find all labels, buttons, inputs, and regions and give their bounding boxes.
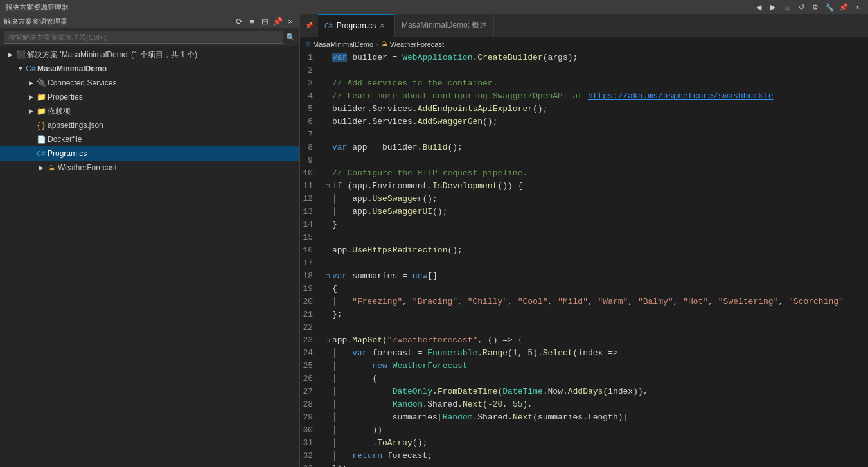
tree-item-properties[interactable]: ▶ 📁 Properties — [0, 90, 299, 104]
panel-close-icon[interactable]: × — [285, 16, 296, 26]
appsettings-icon: { } — [36, 120, 46, 130]
solution-icon: ⬛ — [15, 49, 26, 60]
properties-arrow-icon: ▶ — [26, 92, 36, 102]
search-bar: 🔍 — [0, 28, 299, 46]
solution-label: 解决方案 'MasaMinimalDemo' (1 个项目，共 1 个) — [27, 49, 197, 60]
code-line-9: 9 — [300, 154, 868, 167]
solution-tree: ▶ ⬛ 解决方案 'MasaMinimalDemo' (1 个项目，共 1 个)… — [0, 46, 299, 467]
tree-item-appsettings[interactable]: { } appsettings.json — [0, 118, 299, 132]
search-input[interactable] — [4, 31, 283, 44]
code-line-8: 8 var app = builder.Build(); — [300, 141, 868, 154]
breadcrumb-project-icon: ⊞ — [305, 40, 310, 48]
project-icon: C# — [26, 64, 36, 74]
solution-arrow-icon: ▶ — [5, 49, 15, 60]
panel-collapse-icon[interactable]: ⊟ — [260, 16, 270, 26]
code-line-1: 1 var builder = WebApplication.CreateBui… — [300, 51, 868, 64]
solution-root-item[interactable]: ▶ ⬛ 解决方案 'MasaMinimalDemo' (1 个项目，共 1 个) — [0, 48, 299, 62]
appsettings-no-arrow — [26, 120, 36, 130]
code-line-26: 26 │ ( — [300, 373, 868, 385]
tab-program-cs-icon: C# — [324, 22, 333, 30]
code-line-33: 33 }); — [300, 463, 868, 467]
program-cs-no-arrow — [26, 148, 36, 159]
panel-pin-icon[interactable]: 📌 — [272, 16, 283, 26]
breadcrumb-sep1: › — [376, 40, 378, 48]
tree-item-connected-services[interactable]: ▶ 🔌 Connected Services — [0, 76, 299, 90]
nav-back-icon[interactable]: ◀ — [754, 2, 764, 12]
breadcrumb-part1[interactable]: MasaMinimalDemo — [313, 40, 373, 48]
breadcrumb: ⊞ MasaMinimalDemo › 🌤 WeatherForecast — [300, 37, 868, 51]
code-line-14: 14 } — [300, 218, 868, 231]
tree-item-dependencies[interactable]: ▶ 📁 依赖项 — [0, 104, 299, 118]
tree-item-weatherforecast[interactable]: ▶ 🌤 WeatherForecast — [0, 161, 299, 175]
pin-icon[interactable]: 📌 — [838, 2, 849, 12]
code-line-24: 24 │ var forecast = Enumerable.Range(1, … — [300, 347, 868, 360]
dependencies-label: 依赖项 — [48, 106, 71, 117]
code-line-12: 12 │ app.UseSwagger(); — [300, 193, 868, 206]
project-arrow-icon: ▼ — [15, 64, 26, 74]
appsettings-label: appsettings.json — [48, 121, 103, 130]
project-label: MasaMinimalDemo — [37, 64, 107, 73]
dockerfile-label: Dockerfile — [48, 135, 82, 144]
code-line-29: 29 │ summaries[Random.Shared.Next(summar… — [300, 411, 868, 424]
panel-sync-icon[interactable]: ⟳ — [234, 16, 244, 26]
connected-services-arrow-icon: ▶ — [26, 78, 36, 88]
dependencies-icon: 📁 — [36, 106, 46, 116]
solution-explorer-panel: 解决方案资源管理器 ⟳ ≡ ⊟ 📌 × 🔍 ▶ ⬛ 解决方案 'MasaMini… — [0, 14, 300, 467]
tab-program-cs[interactable]: C# Program.cs × — [318, 14, 395, 37]
editor-tabbar: 📌 C# Program.cs × MasaMinimalDemo: 概述 — [300, 14, 868, 37]
tab-overview[interactable]: MasaMinimalDemo: 概述 — [395, 14, 494, 37]
tab-gutter-icon: 📌 — [300, 14, 318, 37]
refresh-icon[interactable]: ↺ — [796, 2, 806, 12]
breadcrumb-weather-icon: 🌤 — [381, 40, 387, 48]
panel-titlebar: 解决方案资源管理器 ⟳ ≡ ⊟ 📌 × — [0, 14, 299, 28]
panel-filter-icon[interactable]: ≡ — [247, 16, 257, 26]
tab-program-cs-label: Program.cs — [337, 21, 376, 30]
breadcrumb-part2[interactable]: WeatherForecast — [390, 40, 444, 48]
code-line-3: 3 // Add services to the container. — [300, 77, 868, 90]
title-bar-title: 解决方案资源管理器 — [5, 3, 69, 12]
tab-program-cs-close[interactable]: × — [380, 21, 384, 30]
code-line-22: 22 — [300, 321, 868, 334]
code-line-6: 6 builder.Services.AddSwaggerGen(); — [300, 116, 868, 128]
home-icon[interactable]: ⌂ — [782, 2, 792, 12]
code-line-18: 18 ⊟ var summaries = new[] — [300, 270, 868, 283]
code-line-19: 19 { — [300, 283, 868, 295]
code-line-32: 32 │ return forecast; — [300, 450, 868, 463]
weatherforecast-label: WeatherForecast — [58, 163, 117, 172]
code-line-27: 27 │ DateOnly.FromDateTime(DateTime.Now.… — [300, 385, 868, 398]
connected-services-label: Connected Services — [48, 78, 116, 87]
weatherforecast-arrow-icon: ▶ — [36, 163, 46, 173]
project-item[interactable]: ▼ C# MasaMinimalDemo — [0, 62, 299, 76]
code-line-16: 16 app.UseHttpsRedirection(); — [300, 244, 868, 257]
search-magnifier-icon: 🔍 — [286, 33, 296, 42]
dockerfile-no-arrow — [26, 134, 36, 145]
code-line-21: 21 }; — [300, 308, 868, 321]
tree-item-program-cs[interactable]: C# Program.cs — [0, 146, 299, 161]
code-line-4: 4 // Learn more about configuring Swagge… — [300, 90, 868, 103]
editor-panel: 📌 C# Program.cs × MasaMinimalDemo: 概述 ⊞ … — [300, 14, 868, 467]
code-line-7: 7 — [300, 128, 868, 141]
code-line-30: 30 │ )) — [300, 424, 868, 437]
code-area: 1 var builder = WebApplication.CreateBui… — [300, 51, 868, 467]
settings-icon[interactable]: ⚙ — [810, 2, 820, 12]
code-line-28: 28 │ Random.Shared.Next(-20, 55), — [300, 398, 868, 411]
code-line-23: 23 ⊟ app.MapGet("/weatherforecast", () =… — [300, 334, 868, 347]
properties-icon: 📁 — [36, 92, 46, 102]
program-cs-label: Program.cs — [48, 149, 87, 158]
tree-item-dockerfile[interactable]: 📄 Dockerfile — [0, 132, 299, 146]
code-line-15: 15 — [300, 231, 868, 244]
code-line-13: 13 │ app.UseSwaggerUI(); — [300, 206, 868, 218]
code-lines: 1 var builder = WebApplication.CreateBui… — [300, 51, 868, 467]
code-line-5: 5 builder.Services.AddEndpointsApiExplor… — [300, 103, 868, 116]
code-line-20: 20 │ "Freezing", "Bracing", "Chilly", "C… — [300, 295, 868, 308]
code-line-17: 17 — [300, 257, 868, 270]
dependencies-arrow-icon: ▶ — [26, 106, 36, 116]
dockerfile-icon: 📄 — [36, 134, 46, 145]
nav-forward-icon[interactable]: ▶ — [768, 2, 778, 12]
tools-icon[interactable]: 🔧 — [824, 2, 835, 12]
tab-overview-label: MasaMinimalDemo: 概述 — [402, 20, 487, 31]
title-bar: 解决方案资源管理器 ◀ ▶ ⌂ ↺ ⚙ 🔧 📌 × — [0, 0, 868, 14]
close-icon[interactable]: × — [853, 2, 863, 12]
code-line-31: 31 │ .ToArray(); — [300, 437, 868, 450]
properties-label: Properties — [48, 93, 83, 101]
